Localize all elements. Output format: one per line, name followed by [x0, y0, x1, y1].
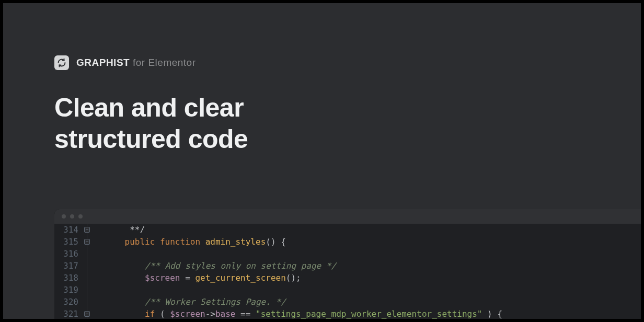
brand-suffix: for Elementor	[130, 57, 196, 68]
promo-frame: GRAPHIST for Elementor Clean and clear s…	[3, 3, 641, 319]
code-line: /** Add styles only on setting page */	[101, 260, 641, 272]
hero-line-1: Clean and clear	[54, 92, 248, 123]
brand-row: GRAPHIST for Elementor	[54, 55, 196, 70]
traffic-light-max-icon	[78, 214, 83, 218]
gutter	[84, 284, 101, 296]
gutter	[84, 260, 101, 272]
hero-title: Clean and clear structured code	[54, 92, 248, 155]
traffic-light-close-icon	[62, 214, 66, 218]
gutter	[84, 236, 101, 248]
brand-name: GRAPHIST	[76, 57, 130, 68]
hero-line-2: structured code	[54, 123, 248, 155]
gutter	[84, 248, 101, 260]
gutter	[84, 308, 101, 319]
code-line	[101, 284, 641, 296]
code-line: public function admin_styles() {	[101, 236, 641, 248]
line-number: 320	[54, 296, 84, 308]
line-number: 319	[54, 284, 84, 296]
window-titlebar	[54, 209, 641, 224]
code-line: **/	[101, 224, 641, 236]
line-number: 317	[54, 260, 84, 272]
traffic-light-min-icon	[70, 214, 74, 218]
line-number: 318	[54, 272, 84, 284]
line-number: 314	[54, 224, 84, 236]
code-line: /** Worker Settings Page. */	[101, 296, 641, 308]
fold-toggle-icon[interactable]	[84, 311, 90, 317]
fold-toggle-icon[interactable]	[84, 239, 90, 245]
fold-toggle-icon[interactable]	[84, 227, 90, 233]
brand-text: GRAPHIST for Elementor	[76, 57, 196, 68]
line-number: 321	[54, 308, 84, 319]
code-editor-window: 314 **/315 public function admin_styles(…	[54, 209, 641, 319]
line-number: 316	[54, 248, 84, 260]
gutter	[84, 224, 101, 236]
code-line	[101, 248, 641, 260]
refresh-icon	[54, 55, 69, 70]
gutter	[84, 272, 101, 284]
code-view: 314 **/315 public function admin_styles(…	[54, 224, 641, 319]
gutter	[84, 296, 101, 308]
line-number: 315	[54, 236, 84, 248]
code-line: $screen = get_current_screen();	[101, 272, 641, 284]
code-line: if ( $screen->base == "settings_page_mdp…	[101, 308, 641, 319]
